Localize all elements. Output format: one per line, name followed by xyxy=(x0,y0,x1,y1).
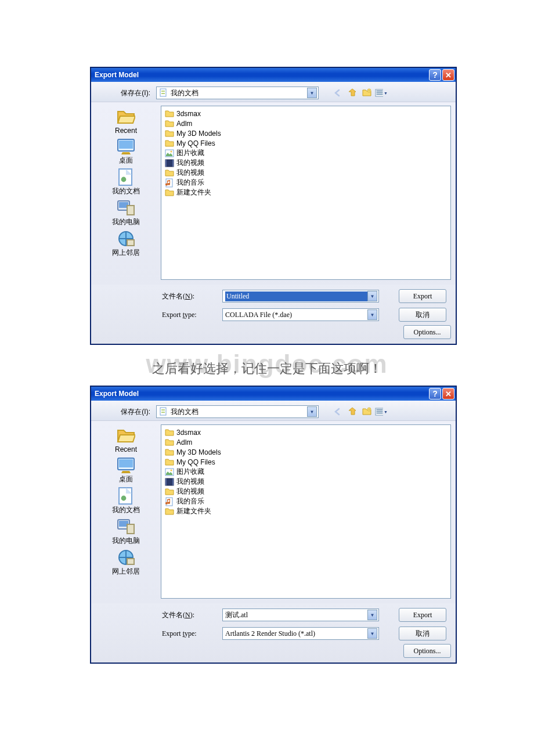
list-item[interactable]: Adlm xyxy=(165,437,447,447)
list-item-label: 图片收藏 xyxy=(176,148,204,158)
folder-icon xyxy=(117,427,135,445)
list-item[interactable]: My QQ Files xyxy=(165,138,447,148)
list-item-label: 我的视频 xyxy=(176,168,204,178)
close-button[interactable]: ✕ xyxy=(442,388,454,399)
export-button[interactable]: Export xyxy=(399,608,446,622)
options-button[interactable]: Options... xyxy=(403,644,451,658)
file-list[interactable]: 3dsmaxAdlmMy 3D ModelsMy QQ Files图片收藏我的视… xyxy=(161,106,451,280)
back-icon[interactable] xyxy=(331,87,344,99)
filename-input[interactable]: 测试.atl ▼ xyxy=(222,609,379,621)
mydocs-icon xyxy=(117,168,135,186)
chevron-down-icon[interactable]: ▼ xyxy=(307,88,317,98)
save-in-label: 保存在(I): xyxy=(96,407,156,417)
views-icon[interactable]: ▼ xyxy=(375,87,388,99)
places-item[interactable]: 我的电脑 xyxy=(96,197,156,228)
places-item[interactable]: 桌面 xyxy=(96,136,156,167)
list-item[interactable]: My QQ Files xyxy=(165,457,447,467)
folder-icon xyxy=(165,428,174,437)
places-item-label: 我的文档 xyxy=(112,186,140,196)
type-value: Artlantis 2 Render Studio (*.atl) xyxy=(225,629,367,638)
chevron-down-icon[interactable]: ▼ xyxy=(307,406,317,417)
places-item[interactable]: 我的电脑 xyxy=(96,516,156,547)
export-button[interactable]: Export xyxy=(399,289,446,303)
filename-value: Untitled xyxy=(225,291,367,301)
list-item-label: My 3D Models xyxy=(176,129,221,138)
list-item[interactable]: 3dsmax xyxy=(165,109,447,118)
list-item[interactable]: My 3D Models xyxy=(165,128,447,138)
list-item-label: 3dsmax xyxy=(176,110,201,118)
list-item[interactable]: 我的音乐 xyxy=(165,178,447,188)
desktop-icon xyxy=(117,137,135,156)
desktop-icon xyxy=(117,456,135,474)
places-item[interactable]: 网上邻居 xyxy=(96,228,156,259)
titlebar[interactable]: Export Model ? ✕ xyxy=(91,387,456,401)
new-folder-icon[interactable] xyxy=(360,87,373,99)
save-in-combo[interactable]: 我的文档 ▼ xyxy=(156,405,319,418)
network-icon xyxy=(117,229,135,248)
list-item[interactable]: 我的视频 xyxy=(165,158,447,168)
video-dark-icon xyxy=(165,477,174,487)
help-button[interactable]: ? xyxy=(429,69,441,81)
places-item-label: 我的电脑 xyxy=(112,536,140,546)
places-bar: Recent桌面我的文档我的电脑网上邻居 xyxy=(96,424,156,599)
chevron-down-icon[interactable]: ▼ xyxy=(367,309,377,320)
up-one-level-icon[interactable] xyxy=(346,406,359,417)
type-combo[interactable]: Artlantis 2 Render Studio (*.atl) ▼ xyxy=(222,627,379,640)
folder-icon xyxy=(165,448,174,457)
list-item[interactable]: 图片收藏 xyxy=(165,148,447,158)
places-item[interactable]: Recent xyxy=(96,426,156,455)
close-button[interactable]: ✕ xyxy=(442,69,454,81)
list-item-label: My 3D Models xyxy=(176,448,221,456)
places-item[interactable]: 我的文档 xyxy=(96,167,156,197)
titlebar[interactable]: Export Model ? ✕ xyxy=(91,68,456,82)
list-item[interactable]: 新建文件夹 xyxy=(165,506,447,516)
up-one-level-icon[interactable] xyxy=(346,87,359,99)
list-item[interactable]: Adlm xyxy=(165,118,447,128)
places-item[interactable]: Recent xyxy=(96,107,156,136)
save-in-combo[interactable]: 我的文档 ▼ xyxy=(156,87,319,99)
list-item-label: Adlm xyxy=(176,438,192,447)
computer-icon xyxy=(117,199,135,217)
list-item[interactable]: 新建文件夹 xyxy=(165,188,447,197)
options-button[interactable]: Options... xyxy=(403,325,451,339)
list-item-label: 我的视频 xyxy=(176,477,204,487)
list-item[interactable]: 我的视频 xyxy=(165,487,447,496)
type-value: COLLADA File (*.dae) xyxy=(225,311,367,319)
my-documents-icon xyxy=(159,88,168,98)
list-item-label: 我的视频 xyxy=(176,158,204,168)
list-item-label: My QQ Files xyxy=(176,458,215,466)
list-item-label: 图片收藏 xyxy=(176,467,204,477)
places-item[interactable]: 桌面 xyxy=(96,455,156,485)
cancel-button[interactable]: 取消 xyxy=(399,627,446,640)
mydocs-icon xyxy=(117,487,135,505)
list-item-label: 3dsmax xyxy=(176,429,201,437)
chevron-down-icon[interactable]: ▼ xyxy=(367,291,377,301)
chevron-down-icon[interactable]: ▼ xyxy=(367,610,377,620)
list-item-label: 我的音乐 xyxy=(176,178,204,188)
file-list[interactable]: 3dsmaxAdlmMy 3D ModelsMy QQ Files图片收藏我的视… xyxy=(161,424,451,599)
list-item[interactable]: 图片收藏 xyxy=(165,467,447,477)
views-icon[interactable]: ▼ xyxy=(375,406,388,417)
folder-icon xyxy=(117,108,135,127)
lookin-row: 保存在(I): 我的文档 ▼ ▼ xyxy=(91,401,456,421)
filename-input[interactable]: Untitled ▼ xyxy=(222,290,379,303)
places-item[interactable]: 网上邻居 xyxy=(96,547,156,578)
new-folder-icon[interactable] xyxy=(360,406,373,417)
cancel-button[interactable]: 取消 xyxy=(399,308,446,322)
list-item[interactable]: 我的音乐 xyxy=(165,496,447,506)
back-icon[interactable] xyxy=(331,406,344,417)
list-item[interactable]: My 3D Models xyxy=(165,447,447,457)
places-bar: Recent桌面我的文档我的电脑网上邻居 xyxy=(96,106,156,280)
help-button[interactable]: ? xyxy=(429,388,441,399)
folder-icon xyxy=(165,139,174,148)
list-item[interactable]: 我的视频 xyxy=(165,477,447,487)
filename-value: 测试.atl xyxy=(225,610,367,620)
list-item[interactable]: 3dsmax xyxy=(165,427,447,437)
folder-icon xyxy=(165,168,174,178)
chevron-down-icon[interactable]: ▼ xyxy=(367,628,377,639)
my-documents-icon xyxy=(159,407,168,416)
places-item[interactable]: 我的文档 xyxy=(96,485,156,516)
type-combo[interactable]: COLLADA File (*.dae) ▼ xyxy=(222,308,379,321)
list-item[interactable]: 我的视频 xyxy=(165,168,447,178)
pictures-icon xyxy=(165,149,174,158)
